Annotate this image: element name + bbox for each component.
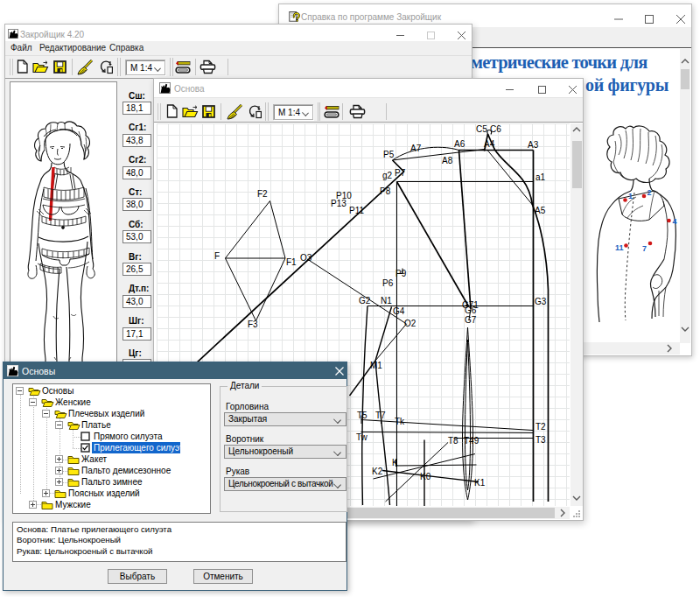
svg-text:P11: P11 [349, 206, 364, 215]
svg-text:K: K [392, 458, 398, 467]
svg-text:N1: N1 [381, 296, 392, 306]
svg-text:P9: P9 [396, 269, 407, 278]
svg-text:K0: K0 [420, 472, 431, 481]
svg-text:F1: F1 [286, 257, 297, 267]
svg-text:T5: T5 [357, 411, 368, 420]
svg-text:P6: P6 [382, 278, 394, 288]
svg-text:T49: T49 [464, 436, 480, 446]
svg-text:C5: C5 [476, 124, 487, 134]
svg-text:a1: a1 [536, 172, 546, 182]
svg-text:P7: P7 [395, 168, 406, 178]
svg-text:O2: O2 [404, 319, 416, 328]
svg-text:A3: A3 [528, 140, 539, 150]
svg-text:T2: T2 [536, 422, 546, 432]
svg-text:G2: G2 [359, 296, 371, 306]
svg-text:G7: G7 [465, 315, 477, 325]
svg-text:T8: T8 [448, 436, 458, 446]
svg-text:A7: A7 [410, 144, 422, 153]
svg-text:G4: G4 [393, 306, 405, 316]
svg-text:11: 11 [615, 243, 624, 252]
svg-text:K1: K1 [474, 478, 486, 488]
svg-text:A4: A4 [484, 139, 495, 149]
svg-text:F: F [214, 251, 220, 261]
svg-text:P13: P13 [331, 199, 346, 208]
svg-text:1: 1 [628, 192, 633, 200]
svg-text:K2: K2 [372, 467, 383, 476]
svg-text:P5: P5 [383, 150, 395, 159]
svg-text:G3: G3 [535, 297, 547, 306]
svg-text:g2: g2 [382, 171, 393, 180]
svg-text:2: 2 [648, 188, 652, 197]
svg-text:P8: P8 [380, 186, 391, 196]
svg-text:M1: M1 [370, 361, 382, 370]
svg-text:Tw: Tw [356, 432, 368, 442]
svg-text:A5: A5 [535, 206, 546, 215]
svg-text:G6: G6 [465, 306, 477, 315]
svg-text:T3: T3 [536, 435, 546, 445]
svg-text:Tk: Tk [395, 417, 405, 426]
svg-text:F2: F2 [257, 189, 268, 199]
svg-text:A8: A8 [442, 156, 453, 165]
svg-text:7: 7 [642, 244, 647, 253]
svg-text:O3: O3 [300, 253, 312, 263]
svg-text:A6: A6 [454, 139, 466, 149]
svg-text:4: 4 [673, 217, 677, 226]
svg-text:T7: T7 [375, 411, 386, 420]
svg-text:C6: C6 [490, 124, 501, 134]
svg-text:F3: F3 [248, 320, 258, 329]
